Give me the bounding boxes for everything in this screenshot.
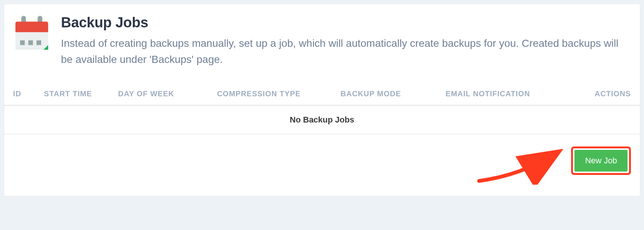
column-compression-type: COMPRESSION TYPE: [217, 90, 340, 98]
table-header-row: ID START TIME DAY OF WEEK COMPRESSION TY…: [4, 90, 640, 98]
column-email-notification: EMAIL NOTIFICATION: [445, 90, 569, 98]
header-text: Backup Jobs Instead of creating backups …: [61, 15, 631, 68]
svg-rect-6: [37, 40, 42, 45]
svg-rect-4: [20, 40, 25, 45]
new-job-highlight: New Job: [571, 146, 631, 175]
new-job-button[interactable]: New Job: [574, 150, 628, 172]
backup-jobs-panel: Backup Jobs Instead of creating backups …: [4, 4, 640, 196]
column-actions: ACTIONS: [569, 90, 631, 98]
svg-rect-5: [28, 40, 33, 45]
svg-rect-2: [15, 22, 48, 33]
panel-header: Backup Jobs Instead of creating backups …: [4, 4, 640, 75]
column-backup-mode: BACKUP MODE: [341, 90, 446, 98]
panel-footer: New Job: [4, 134, 640, 196]
calendar-icon: [13, 15, 50, 52]
column-id: ID: [13, 90, 44, 98]
page-title: Backup Jobs: [61, 15, 631, 31]
column-start-time: START TIME: [44, 90, 118, 98]
column-day-of-week: DAY OF WEEK: [118, 90, 217, 98]
empty-state-message: No Backup Jobs: [4, 106, 640, 134]
page-description: Instead of creating backups manually, se…: [61, 35, 631, 68]
annotation-arrow-icon: [475, 140, 565, 185]
